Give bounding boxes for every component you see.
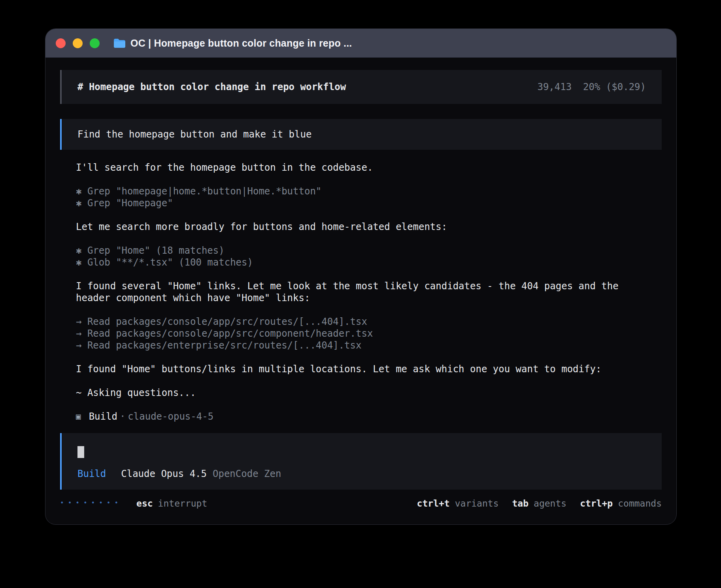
assistant-paragraph: I'll search for the homepage button in t… (76, 162, 638, 173)
agent-model: claude-opus-4-5 (128, 411, 213, 422)
user-message-text: Find the homepage button and make it blu… (77, 129, 311, 140)
tool-call-glob[interactable]: ✱ Glob "**/*.tsx" (100 matches) (76, 256, 638, 268)
tool-call-group: ✱ Grep "homepage|home.*button|Home.*butt… (76, 185, 638, 209)
tool-call-grep[interactable]: ✱ Grep "homepage|home.*button|Home.*butt… (76, 185, 638, 197)
folder-icon (113, 38, 125, 49)
tool-call-read[interactable]: → Read packages/console/app/src/componen… (76, 328, 638, 339)
shortcut-commands: ctrl+p commands (580, 498, 662, 509)
user-message: Find the homepage button and make it blu… (60, 119, 662, 150)
shortcut-key-ctrl-t: ctrl+t (417, 498, 450, 509)
shortcut-label-agents: agents (534, 498, 566, 509)
shortcut-key-tab: tab (512, 498, 528, 509)
assistant-paragraph: I found several "Home" links. Let me loo… (76, 280, 638, 304)
input-mode-label[interactable]: Build (77, 468, 106, 479)
minimize-button[interactable] (73, 38, 83, 48)
shortcut-label-variants: variants (455, 498, 499, 509)
window-title-group: OC | Homepage button color change in rep… (113, 38, 352, 49)
terminal-content: # Homepage button color change in repo w… (45, 58, 676, 524)
shortcut-key-ctrl-p: ctrl+p (580, 498, 613, 509)
shortcut-variants: ctrl+t variants (417, 498, 499, 509)
flex-spacer (60, 422, 662, 433)
status-bar: •••••••• esc interrupt ctrl+t variants t… (60, 498, 662, 509)
assistant-text: I'll search for the homepage button in t… (76, 162, 638, 173)
titlebar[interactable]: OC | Homepage button color change in rep… (45, 29, 676, 58)
assistant-paragraph: Let me search more broadly for buttons a… (76, 221, 638, 233)
session-title: # Homepage button color change in repo w… (77, 81, 346, 92)
assistant-paragraph: I found "Home" buttons/links in multiple… (76, 363, 638, 375)
terminal-window: OC | Homepage button color change in rep… (45, 29, 676, 524)
session-stats: 39,413 20% ($0.29) (537, 81, 646, 92)
shortcut-agents: tab agents (512, 498, 566, 509)
tool-call-group: → Read packages/console/app/src/routes/[… (76, 316, 638, 351)
window-title: OC | Homepage button color change in rep… (130, 38, 352, 49)
asking-questions-status: ~ Asking questions... (76, 387, 638, 399)
agent-status-line: ▣ Build · claude-opus-4-5 (76, 411, 638, 422)
input-provider-label: OpenCode Zen (213, 468, 281, 479)
session-header: # Homepage button color change in repo w… (60, 70, 662, 104)
status-bar-right: ctrl+t variants tab agents ctrl+p comman… (404, 498, 662, 509)
tool-call-group: ✱ Grep "Home" (18 matches) ✱ Glob "**/*.… (76, 245, 638, 268)
agent-icon: ▣ (76, 411, 81, 422)
tool-call-read[interactable]: → Read packages/enterprise/src/routes/[.… (76, 339, 638, 351)
tool-call-grep[interactable]: ✱ Grep "Homepage" (76, 197, 638, 209)
spinner-dots: •••••••• (60, 499, 122, 507)
agent-separator: · (120, 411, 125, 422)
agent-name: Build (89, 411, 117, 422)
close-button[interactable] (56, 38, 66, 48)
shortcut-key-esc: esc (136, 498, 153, 509)
traffic-lights (56, 38, 100, 48)
assistant-text: Let me search more broadly for buttons a… (76, 221, 638, 233)
text-cursor (77, 446, 84, 458)
shortcut-label-commands: commands (618, 498, 662, 509)
status-paragraph: ~ Asking questions... (76, 387, 638, 399)
tool-call-read[interactable]: → Read packages/console/app/src/routes/[… (76, 316, 638, 328)
tool-call-grep[interactable]: ✱ Grep "Home" (18 matches) (76, 245, 638, 256)
prompt-input[interactable]: Build Claude Opus 4.5 OpenCode Zen (60, 433, 662, 490)
assistant-text: I found several "Home" links. Let me loo… (76, 280, 638, 304)
shortcut-label-interrupt: interrupt (158, 498, 208, 509)
conversation: I'll search for the homepage button in t… (60, 162, 662, 422)
assistant-text: I found "Home" buttons/links in multiple… (76, 363, 638, 375)
input-meta: Build Claude Opus 4.5 OpenCode Zen (77, 468, 646, 479)
input-model-label[interactable]: Claude Opus 4.5 (121, 468, 207, 479)
zoom-button[interactable] (90, 38, 100, 48)
